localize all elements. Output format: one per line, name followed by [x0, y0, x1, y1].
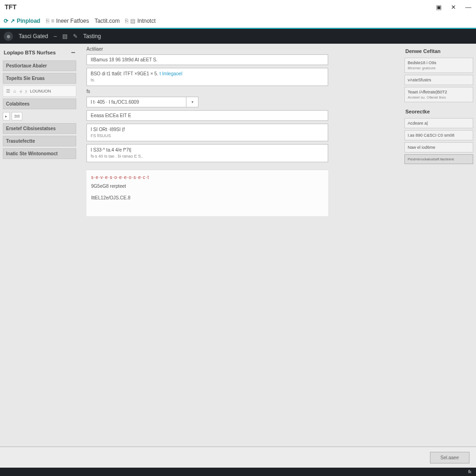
- error-text: s·e·v·e·s·o·e·e·o·s·e·c·t: [91, 175, 324, 180]
- field-2-link[interactable]: t Imlegaoel: [159, 71, 182, 76]
- tab-intnotct[interactable]: ⎘ ▤ Intnotct: [125, 18, 155, 24]
- right-box-1[interactable]: Bedste18 i O9s Btrsrner gratzore: [404, 58, 473, 73]
- field-2-text: BSO di t1 tta6t: ITFT ×9GE1 × 5.: [91, 71, 158, 76]
- field-2-input[interactable]: BSO di t1 tta6t: ITFT ×9GE1 × 5. t Imleg…: [86, 68, 328, 86]
- field-6-line1: I S33·^ ta.4 4/e f*7t|: [91, 147, 324, 153]
- toolbar-label-2[interactable]: Tasting: [83, 33, 101, 40]
- field-1-input[interactable]: IIBamus 18 96 18t9d At aEET S.: [86, 54, 328, 65]
- form-top-label: Actiliaer: [86, 46, 396, 52]
- breadcrumb-icon[interactable]: ▸: [3, 112, 10, 120]
- field-5-line1: I SI ORt ·I89SI (f: [91, 126, 324, 133]
- status-footer: fk: [0, 468, 476, 476]
- right-box-6[interactable]: Naw el iod6me: [404, 142, 473, 152]
- window-controls: ▣ ✕ —: [436, 4, 471, 11]
- field-2-sub: ts.: [91, 77, 324, 83]
- tab-pinpload[interactable]: ⟳ ↗ Pinpload: [4, 18, 40, 24]
- breadcrumb-row: ▸ 3t8: [3, 112, 76, 120]
- right-panel-title: Denwe Cefitan: [404, 46, 473, 56]
- field-6-line2: fs·s 40 Is tae . bi ranao E S..: [91, 153, 324, 159]
- doc-icon: ⎘: [46, 18, 49, 24]
- toolbar-label-1[interactable]: Tasci Gated: [19, 33, 48, 40]
- left-panel: Loplapo BTS Nurfses – Pestiortaue Abaler…: [0, 44, 79, 446]
- app-title: TFT: [5, 3, 17, 11]
- right-section-2-title: Seorectke: [404, 107, 473, 116]
- share-icon: ↗: [10, 18, 15, 24]
- minus-icon[interactable]: –: [53, 33, 57, 40]
- tab-label: Pinpload: [17, 18, 40, 24]
- section-pestiortaue[interactable]: Pestiortaue Abaler: [3, 60, 76, 71]
- right-box-3-l2: Aroteet su. Ofanat tbes: [408, 95, 470, 99]
- bottom-action-bar: Sel.aaee: [0, 447, 476, 468]
- left-panel-title-text: Loplapo BTS Nurfses: [4, 50, 56, 55]
- right-box-5[interactable]: I.as 890 C&SCI C0 sm08: [404, 130, 473, 140]
- field-3-combo: I t· 405 · I fa,/OC1.6009 ▾: [86, 97, 328, 107]
- breadcrumb-label[interactable]: 3t8: [12, 112, 22, 120]
- toolbar-mini-icons[interactable]: ☰ ⌂ ⏚ 𝑦: [6, 88, 28, 94]
- field-3-input[interactable]: I t· 405 · I fa,/OC1.6009: [86, 97, 186, 107]
- refresh-icon: ⟳: [4, 18, 8, 24]
- window-titlebar: TFT ▣ ✕ —: [0, 0, 476, 14]
- main-content: Loplapo BTS Nurfses – Pestiortaue Abaler…: [0, 44, 476, 447]
- right-box-4[interactable]: Acdeare a|: [404, 118, 473, 128]
- tab-tactitcom[interactable]: Tactit.com: [94, 18, 119, 24]
- center-panel: Actiliaer IIBamus 18 96 18t9d At aEET S.…: [79, 44, 402, 446]
- tab-bar: ⟳ ↗ Pinpload ⎘ ≡ Ineer Fatfoes Tactit.co…: [0, 14, 476, 28]
- right-box-3[interactable]: Teaet /Affetrate|B0T2 Aroteet su. Ofanat…: [404, 87, 473, 102]
- field-3-dropdown-icon[interactable]: ▾: [186, 97, 198, 107]
- section-colabitees[interactable]: Colabitees: [3, 99, 76, 109]
- section-icons-label: LOUNUON: [30, 89, 51, 93]
- right-action-button[interactable]: Pestrrerockalostsilf.liacteere: [404, 154, 473, 164]
- list-icon: ≡: [51, 18, 54, 24]
- result-box: s·e·v·e·s·o·e·e·o·s·e·c·t 9G5eG8 rerptee…: [86, 170, 328, 216]
- field-5-input[interactable]: I SI ORt ·I89SI (f FS fiSUUS: [86, 124, 328, 142]
- panel-icon[interactable]: ▤: [62, 33, 67, 40]
- tab-ineerfatfoes[interactable]: ⎘ ≡ Ineer Fatfoes: [46, 18, 89, 24]
- collapse-icon[interactable]: –: [71, 48, 75, 57]
- result-row-1: 9G5eG8 rerpteet: [91, 184, 324, 189]
- left-panel-title: Loplapo BTS Nurfses –: [3, 46, 76, 59]
- submit-button[interactable]: Sel.aaee: [430, 452, 469, 463]
- tab-label: Intnotct: [137, 18, 155, 24]
- right-box-1-l1: Bedste18 i O9s: [408, 60, 470, 65]
- section-inatic[interactable]: Inatic Ste Wintonomoct: [3, 148, 76, 159]
- toolbar-dark: ⊕ Tasci Gated – ▤ ✎ Tasting: [0, 28, 476, 44]
- right-box-2[interactable]: vAsteSfustrs: [404, 75, 473, 85]
- send-icon[interactable]: ✎: [73, 33, 78, 40]
- brand-icon[interactable]: ⊕: [4, 32, 13, 41]
- right-box-3-l1: Teaet /Affetrate|B0T2: [408, 90, 470, 94]
- field-3-label: fs: [86, 89, 396, 94]
- maximize-icon[interactable]: ▣: [436, 4, 442, 11]
- minimize-icon[interactable]: —: [465, 4, 471, 11]
- tab-label: Ineer Fatfoes: [56, 18, 89, 24]
- result-row-2: IttEL12e/OJS.CE.8: [91, 195, 324, 200]
- section-topelts[interactable]: Topelts Sie Eruas: [3, 73, 76, 84]
- section-ersetef[interactable]: Ersetef Cibsisestatses: [3, 123, 76, 134]
- footer-text: fk: [468, 469, 471, 474]
- field-6-input[interactable]: I S33·^ ta.4 4/e f*7t| fs·s 40 Is tae . …: [86, 144, 328, 162]
- section-trasutefectte[interactable]: Trasutefectte: [3, 136, 76, 146]
- doc-icon: ⎘: [125, 18, 128, 24]
- grid-icon: ▤: [130, 18, 135, 24]
- tab-label: Tactit.com: [94, 18, 119, 24]
- field-5-line2: FS fiSUUS: [91, 133, 324, 139]
- right-panel: Denwe Cefitan Bedste18 i O9s Btrsrner gr…: [402, 44, 476, 446]
- field-4-input[interactable]: Eeasa EtCEa ElT E: [86, 110, 328, 121]
- section-icons-row: ☰ ⌂ ⏚ 𝑦 LOUNUON: [3, 86, 76, 97]
- right-box-1-l2: Btrsrner gratzore: [408, 66, 470, 70]
- close-icon[interactable]: ✕: [451, 4, 456, 11]
